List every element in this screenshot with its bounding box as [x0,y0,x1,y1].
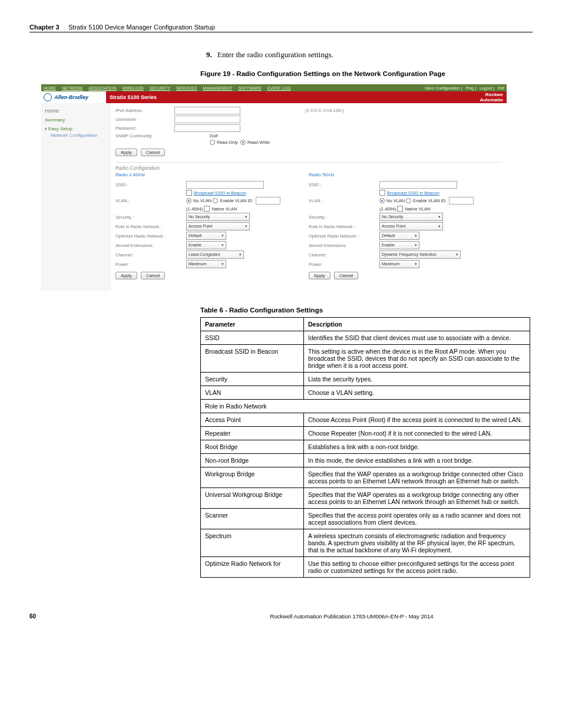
radio-novlan-24[interactable] [186,198,191,203]
radio-read-write[interactable] [240,140,246,145]
link-bcast-24[interactable]: Broadcast SSID in Beacon [194,190,246,196]
table-row: Universal Workgroup BridgeSpecifies that… [201,488,530,509]
nav-software[interactable]: SOFTWARE [238,86,261,90]
sel-role-24[interactable]: Access Point [186,222,250,230]
radio-enablevlan-5[interactable] [406,198,411,203]
table-row: VLANChoose a VLAN setting. [201,386,530,400]
sel-aironet-24[interactable]: Enable [186,241,226,249]
cancel-button-24[interactable]: Cancel [141,272,165,279]
head-24ghz: Radio 2.4GHz [115,172,300,177]
rockwell-line1: Rockwe [485,92,503,97]
cell-parameter: Broadcast SSID in Beacon [201,345,304,373]
apply-button[interactable]: Apply [115,149,137,156]
sel-opt-24[interactable]: Default [186,232,226,240]
lbl-ssid-24: SSID : [115,182,186,187]
input-ipv6[interactable] [174,107,240,114]
link-refresh[interactable]: Ref [498,86,504,90]
table-row: Workgroup BridgeSpecifies that the WAP o… [201,467,530,488]
nav-association[interactable]: ASSOCIATION [88,86,116,90]
nav-home[interactable]: HOME [44,86,56,90]
input-ssid-24[interactable] [186,181,264,189]
title-bar: Allen-Bradley Stratix 5100 Series Rockwe… [41,91,507,103]
sidebar-home[interactable]: Home [45,108,107,114]
sel-security-24[interactable]: No Security [186,213,250,221]
lbl-aironet-24: Aironet Extensions: [115,243,186,248]
link-logout[interactable]: Logout [480,86,492,90]
cell-parameter: Universal Workgroup Bridge [201,488,304,509]
chapter-label: Chapter 3 [29,24,59,31]
link-save-config[interactable]: Save Configuration [425,86,460,90]
chk-bcast-5[interactable] [379,190,385,196]
sel-security-5[interactable]: No Security [379,213,443,221]
nav-wireless[interactable]: WIRELESS [123,86,144,90]
step-text: Enter the radio configuration settings. [217,50,333,59]
table-row: SpectrumA wireless spectrum consists of … [201,529,530,557]
sidebar: Home Summary Easy Setup Network Configur… [41,103,111,291]
cell-description: Choose a VLAN setting. [304,386,530,400]
nav-network[interactable]: NETWORK [62,86,83,90]
table-row: ScannerSpecifies that the access point o… [201,509,530,529]
cell-parameter: Scanner [201,509,304,529]
nav-services[interactable]: SERVICES [176,86,197,90]
lbl-novlan-24: No VLAN [193,198,211,203]
sel-channel-24[interactable]: Least-Congested [186,251,244,259]
top-right-links: Save Configuration | Ping | Logout | Ref [422,86,504,90]
radio-read-only[interactable] [210,140,215,145]
cell-parameter-span: Role in Radio Network [201,400,530,413]
cell-parameter: Repeater [201,427,304,440]
lbl-read-write: Read-Write [247,140,270,145]
col-5ghz: Radio 5GHz SSID : Broadcast SSID in Beac… [309,172,502,285]
sel-power-24[interactable]: Maximum [186,260,226,268]
lbl-vlanrange-5: (1-4094) [379,206,396,212]
chk-bcast-24[interactable] [186,190,192,196]
apply-button-24[interactable]: Apply [115,272,137,279]
cancel-button-5[interactable]: Cancel [334,272,358,279]
radio-columns: Radio 2.4GHz SSID : Broadcast SSID in Be… [115,172,502,285]
lbl-vlan-24: VLAN : [115,198,186,203]
lbl-native-5: Native VLAN [405,206,430,212]
table-row: Root BridgeEstablishes a link with a non… [201,440,530,454]
sidebar-summary[interactable]: Summary [45,117,107,123]
step-9: 9. Enter the radio configuration setting… [206,50,533,60]
input-password[interactable] [174,124,240,132]
lbl-opt-5: Optimize Radio Network : [309,233,379,239]
input-username[interactable] [174,116,240,123]
table-row: Role in Radio Network [201,400,530,413]
sel-power-5[interactable]: Maximum [379,260,419,268]
col-24ghz: Radio 2.4GHz SSID : Broadcast SSID in Be… [115,172,309,285]
lbl-channel-5: Channel: [309,252,379,258]
link-ping[interactable]: Ping [465,86,474,90]
sel-aironet-5[interactable]: Enable [379,241,419,249]
link-bcast-5[interactable]: Broadcast SSID in Beacon [387,190,439,196]
screenshot: HOME NETWORK ASSOCIATION WIRELESS SECURI… [41,81,507,291]
sidebar-network-config[interactable]: Network Configuration [51,133,107,139]
input-ssid-5[interactable] [379,181,457,189]
cell-parameter: Spectrum [201,529,304,557]
cell-description: Choose Access Point (Root) if the access… [304,413,530,427]
publication-id: Rockwell Automation Publication 1783-UM0… [171,613,533,620]
sel-channel-5[interactable]: Dynamic Frequency Selection [379,251,461,259]
input-vlanid-5[interactable] [449,197,474,205]
nav-management[interactable]: MANAGEMENT [203,86,232,90]
cell-description: Specifies that the WAP operates as a wor… [304,488,530,509]
figure-caption: Figure 19 - Radio Configuration Settings… [200,70,533,77]
apply-button-5[interactable]: Apply [309,272,330,279]
lbl-role-24: Role in Radio Network : [115,224,186,229]
table-caption: Table 6 - Radio Configuration Settings [200,307,533,314]
cancel-button[interactable]: Cancel [141,149,165,156]
chk-native-5[interactable] [397,206,403,212]
radio-enablevlan-24[interactable] [213,198,218,203]
table-row: Optimize Radio Network forUse this setti… [201,557,530,578]
cell-description: Choose Repeater (Non-root) if it is not … [304,427,530,440]
sel-role-5[interactable]: Access Point [379,222,443,230]
lbl-snmp: SNMP Community: [115,133,174,139]
cell-parameter: Security [201,373,304,386]
nav-eventlog[interactable]: EVENT LOG [267,86,291,90]
sel-opt-5[interactable]: Default [379,232,419,240]
input-vlanid-24[interactable] [256,197,280,205]
lbl-power-24: Power: [115,262,186,267]
sidebar-easy-setup[interactable]: Easy Setup [45,126,107,131]
radio-novlan-5[interactable] [379,198,385,203]
nav-security[interactable]: SECURITY [150,86,170,90]
chk-native-24[interactable] [204,206,210,212]
